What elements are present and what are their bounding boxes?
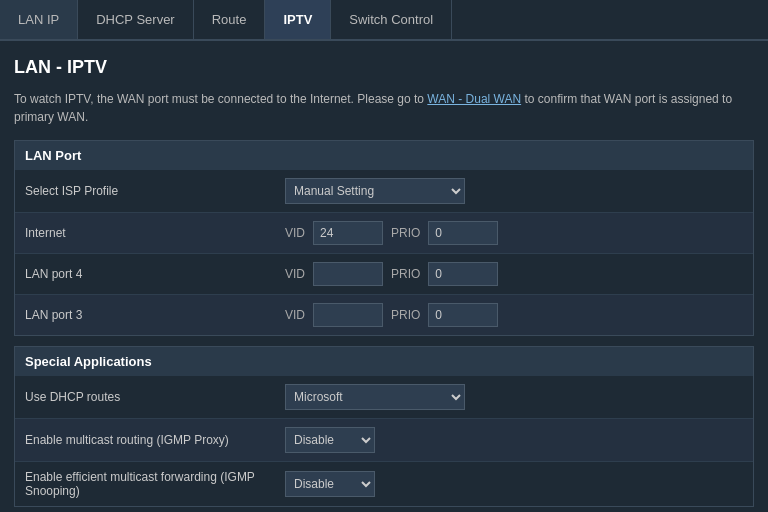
row-control-enable-multicast-routing: DisableEnable [285, 427, 375, 453]
select-enable-multicast-routing[interactable]: DisableEnable [285, 427, 375, 453]
form-row-lan-port-3: LAN port 3VIDPRIO [15, 295, 753, 335]
page-title: LAN - IPTV [14, 57, 754, 78]
tab-iptv[interactable]: IPTV [265, 0, 331, 39]
vid-label-lan-port-4: VID [285, 267, 305, 281]
prio-input-lan-port-3[interactable] [428, 303, 498, 327]
vid-label-lan-port-3: VID [285, 308, 305, 322]
info-text-before: To watch IPTV, the WAN port must be conn… [14, 92, 427, 106]
row-control-lan-port-3: VIDPRIO [285, 303, 498, 327]
row-label-use-dhcp-routes: Use DHCP routes [25, 390, 285, 404]
row-control-use-dhcp-routes: MicrosoftDisableEnable [285, 384, 465, 410]
form-row-isp-profile: Select ISP ProfileManual SettingRussia -… [15, 170, 753, 213]
prio-input-lan-port-4[interactable] [428, 262, 498, 286]
tab-bar: LAN IPDHCP ServerRouteIPTVSwitch Control [0, 0, 768, 41]
prio-label-lan-port-4: PRIO [391, 267, 420, 281]
tab-dhcp-server[interactable]: DHCP Server [78, 0, 194, 39]
sections-container: LAN PortSelect ISP ProfileManual Setting… [14, 140, 754, 507]
section-special-applications: Special ApplicationsUse DHCP routesMicro… [14, 346, 754, 507]
row-label-lan-port-3: LAN port 3 [25, 308, 285, 322]
row-label-internet: Internet [25, 226, 285, 240]
tab-switch-control[interactable]: Switch Control [331, 0, 452, 39]
section-header-lan-port: LAN Port [15, 141, 753, 170]
row-control-enable-efficient-multicast: DisableEnable [285, 471, 375, 497]
prio-label-lan-port-3: PRIO [391, 308, 420, 322]
vid-label-internet: VID [285, 226, 305, 240]
vid-input-lan-port-4[interactable] [313, 262, 383, 286]
row-control-lan-port-4: VIDPRIO [285, 262, 498, 286]
row-label-enable-multicast-routing: Enable multicast routing (IGMP Proxy) [25, 433, 285, 447]
form-row-enable-efficient-multicast: Enable efficient multicast forwarding (I… [15, 462, 753, 506]
section-header-special-applications: Special Applications [15, 347, 753, 376]
form-row-use-dhcp-routes: Use DHCP routesMicrosoftDisableEnable [15, 376, 753, 419]
select-use-dhcp-routes[interactable]: MicrosoftDisableEnable [285, 384, 465, 410]
row-label-isp-profile: Select ISP Profile [25, 184, 285, 198]
row-control-isp-profile: Manual SettingRussia - PPPoERussia - PPT… [285, 178, 465, 204]
prio-label-internet: PRIO [391, 226, 420, 240]
row-label-enable-efficient-multicast: Enable efficient multicast forwarding (I… [25, 470, 285, 498]
page-content: LAN - IPTV To watch IPTV, the WAN port m… [0, 41, 768, 512]
wan-dual-wan-link[interactable]: WAN - Dual WAN [427, 92, 521, 106]
tab-route[interactable]: Route [194, 0, 266, 39]
row-control-internet: VIDPRIO [285, 221, 498, 245]
form-row-lan-port-4: LAN port 4VIDPRIO [15, 254, 753, 295]
select-enable-efficient-multicast[interactable]: DisableEnable [285, 471, 375, 497]
vid-input-lan-port-3[interactable] [313, 303, 383, 327]
vid-input-internet[interactable] [313, 221, 383, 245]
select-isp-profile[interactable]: Manual SettingRussia - PPPoERussia - PPT… [285, 178, 465, 204]
info-text: To watch IPTV, the WAN port must be conn… [14, 90, 754, 126]
prio-input-internet[interactable] [428, 221, 498, 245]
form-row-internet: InternetVIDPRIO [15, 213, 753, 254]
form-row-enable-multicast-routing: Enable multicast routing (IGMP Proxy)Dis… [15, 419, 753, 462]
tab-lan-ip[interactable]: LAN IP [0, 0, 78, 39]
row-label-lan-port-4: LAN port 4 [25, 267, 285, 281]
section-lan-port: LAN PortSelect ISP ProfileManual Setting… [14, 140, 754, 336]
